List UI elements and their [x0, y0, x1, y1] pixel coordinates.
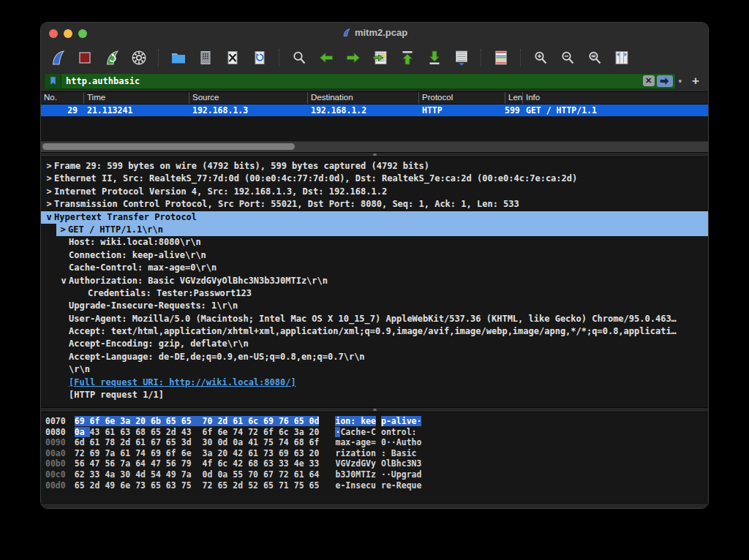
filter-add-button[interactable]: + [688, 74, 704, 88]
detail-row[interactable]: >GET / HTTP/1.1\r\n [41, 224, 708, 236]
hex-byte: 62 [75, 469, 90, 480]
restart-capture-button[interactable] [101, 47, 123, 69]
ascii-char: V [366, 458, 371, 469]
go-back-button[interactable] [315, 47, 337, 69]
filter-history-caret-icon[interactable]: ▾ [679, 77, 685, 85]
detail-row[interactable]: >Ethernet II, Src: RealtekS_77:7d:0d (00… [41, 173, 708, 185]
pane-splitter-top[interactable] [41, 152, 708, 157]
detail-row[interactable]: [HTTP request 1/1] [41, 389, 708, 401]
expand-icon[interactable]: > [58, 224, 68, 236]
collapse-icon[interactable]: v [59, 275, 69, 287]
detail-row[interactable]: [Full request URI: http://wiki.local:808… [41, 377, 708, 389]
detail-row[interactable]: Host: wiki.local:8080\r\n [41, 236, 708, 249]
detail-text: Host: wiki.local:8080\r\n [69, 236, 201, 249]
detail-row[interactable]: Accept-Encoding: gzip, deflate\r\n [41, 338, 708, 350]
ascii-char: = [371, 437, 376, 447]
zoom-out-button[interactable] [557, 47, 579, 69]
detail-row[interactable]: Connection: keep-alive\r\n [41, 249, 708, 262]
filter-bookmark-icon[interactable] [45, 74, 61, 88]
column-header-source[interactable]: Source [189, 92, 307, 104]
title-bar: mitm2.pcap [41, 23, 708, 44]
full-request-uri-link[interactable]: [Full request URI: http://wiki.local:808… [69, 377, 296, 389]
filter-clear-icon[interactable]: ✕ [643, 75, 655, 86]
hex-row[interactable]: 00d0652d496e7365637572652d5265717565e-In… [45, 480, 708, 491]
open-file-button[interactable] [168, 47, 189, 69]
stop-capture-button[interactable] [74, 47, 96, 69]
collapse-icon[interactable]: v [44, 211, 54, 224]
pane-splitter-bottom[interactable] [41, 407, 708, 412]
display-filter-input[interactable] [61, 76, 643, 86]
expander-spacer [59, 313, 69, 325]
detail-row[interactable]: \r\n [41, 363, 708, 376]
go-forward-button[interactable] [342, 47, 364, 69]
expand-icon[interactable]: > [44, 198, 54, 211]
detail-row[interactable]: vAuthorization: Basic VGVzdGVyOlBhc3N3b3… [41, 275, 708, 287]
hex-byte: 63 [263, 458, 279, 469]
detail-row[interactable]: Accept: text/html,application/xhtml+xml,… [41, 325, 708, 338]
hex-byte: 0d [309, 416, 320, 426]
go-last-button[interactable] [424, 47, 445, 69]
ascii-char: q [407, 480, 412, 491]
column-header-no[interactable]: No. [41, 92, 83, 104]
go-forward-icon [347, 53, 360, 63]
detail-text: Credentials: Tester:Passwort123 [88, 287, 252, 300]
hex-row[interactable]: 00c062334a304d54497a0d0a557067726164b3J0… [45, 469, 708, 480]
hex-byte: 6c [248, 416, 263, 426]
go-first-button[interactable] [396, 47, 418, 69]
expand-icon[interactable]: > [44, 186, 54, 198]
ascii-char: O [381, 458, 386, 469]
colorize-button[interactable] [490, 47, 512, 69]
hex-byte: 75 [181, 480, 203, 491]
detail-text: Hypertext Transfer Protocol [54, 211, 197, 224]
expand-icon[interactable]: > [44, 160, 54, 173]
detail-row[interactable]: User-Agent: Mozilla/5.0 (Macintosh; Inte… [41, 313, 708, 325]
detail-row[interactable]: >Frame 29: 599 bytes on wire (4792 bits)… [41, 160, 708, 173]
detail-row[interactable]: >Transmission Control Protocol, Src Port… [41, 198, 708, 211]
hex-row[interactable]: 00b05647567a644756794f6c426863334e33VGVz… [45, 458, 708, 469]
reload-file-button[interactable] [249, 47, 271, 69]
hex-row[interactable]: 00906d61782d6167653d300d0a417574686fmax-… [45, 437, 708, 448]
packet-row-selected[interactable]: 2921.113241192.168.1.3192.168.1.2HTTP599… [41, 105, 708, 116]
column-header-protocol[interactable]: Protocol [418, 92, 505, 104]
hex-row[interactable]: 00800a43616368652d436f6e74726f6c3a20·Cac… [45, 427, 708, 438]
find-packet-button[interactable] [288, 47, 310, 69]
zoom-in-button[interactable] [530, 47, 552, 69]
auto-scroll-button[interactable] [451, 47, 473, 69]
detail-row[interactable]: vHypertext Transfer Protocol [41, 211, 708, 224]
ascii-char: 0 [381, 437, 386, 447]
capture-comment-icon[interactable] [64, 507, 75, 510]
ascii-char: t [391, 427, 396, 437]
hex-row[interactable]: 0070696f6e3a206b6565702d616c6976650dion:… [45, 416, 708, 427]
hex-byte: 56 [166, 458, 181, 469]
close-file-button[interactable] [222, 47, 244, 69]
save-file-button[interactable] [195, 47, 217, 69]
column-header-time[interactable]: Time [83, 92, 189, 104]
column-header-destination[interactable]: Destination [307, 92, 418, 104]
hscrollbar-thumb[interactable] [42, 143, 295, 150]
ascii-char: a [391, 416, 396, 426]
detail-row[interactable]: >Internet Protocol Version 4, Src: 192.1… [41, 186, 708, 198]
packet-bytes-pane: 0070696f6e3a206b6565702d616c6976650dion:… [41, 412, 708, 503]
filter-apply-icon[interactable] [657, 75, 673, 87]
column-header-info[interactable]: Info [522, 92, 708, 104]
detail-row[interactable]: Upgrade-Insecure-Requests: 1\r\n [41, 300, 708, 312]
detail-row[interactable]: Cache-Control: max-age=0\r\n [41, 262, 708, 274]
expander-spacer [59, 363, 69, 376]
capture-options-button[interactable] [128, 47, 150, 69]
start-capture-button[interactable] [47, 47, 69, 69]
column-header-length[interactable]: Length [505, 92, 522, 104]
ascii-char: n [371, 448, 376, 458]
expand-icon[interactable]: > [44, 173, 54, 185]
detail-row[interactable]: Credentials: Tester:Passwort123 [41, 287, 708, 300]
detail-row[interactable]: Accept-Language: de-DE,de;q=0.9,en-US;q=… [41, 351, 708, 363]
ascii-char: t [407, 437, 412, 447]
hex-row[interactable]: 00a072697a6174696f6e3a20426173696320riza… [45, 448, 708, 459]
zoom-original-button[interactable] [584, 47, 606, 69]
go-back-icon [320, 53, 333, 63]
hex-offset: 00b0 [45, 458, 75, 469]
hex-byte: 6b [151, 416, 166, 426]
resize-columns-button[interactable] [611, 47, 633, 69]
go-to-packet-button[interactable] [369, 47, 391, 69]
packet-list-hscrollbar[interactable] [41, 141, 708, 152]
hex-byte: 3a [120, 416, 135, 426]
